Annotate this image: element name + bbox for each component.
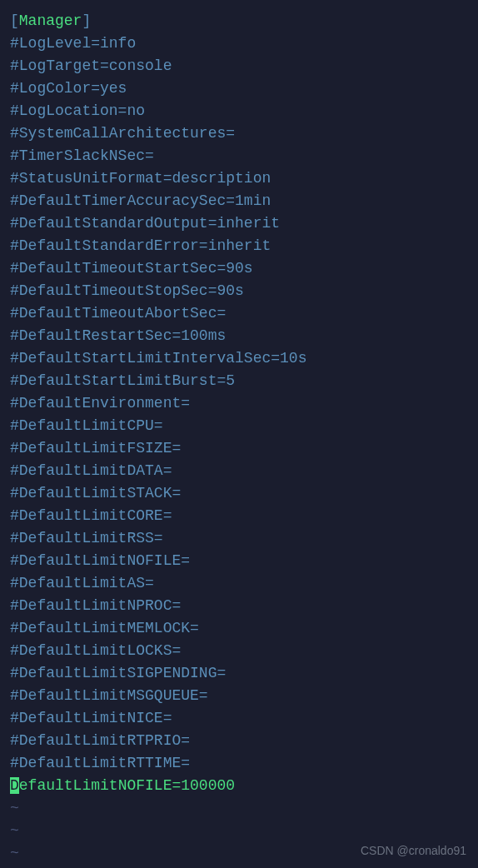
config-line: #DefaultLimitSTACK=	[10, 482, 468, 505]
config-line: #DefaultLimitRTTIME=	[10, 752, 468, 775]
config-line: #DefaultLimitCORE=	[10, 505, 468, 527]
config-line: #DefaultEnvironment=	[10, 392, 468, 415]
config-line: #DefaultLimitNPROC=	[10, 595, 468, 617]
empty-line-tilde: ~	[10, 797, 468, 820]
config-line: #DefaultLimitNOFILE=	[10, 550, 468, 572]
section-header: [Manager]	[10, 10, 468, 32]
config-line: #LogLevel=info	[10, 32, 468, 55]
config-line: #DefaultTimeoutAbortSec=	[10, 302, 468, 325]
cursor: D	[10, 777, 19, 794]
config-line: #DefaultLimitRSS=	[10, 527, 468, 550]
config-line: #DefaultLimitSIGPENDING=	[10, 662, 468, 685]
config-line: #LogLocation=no	[10, 100, 468, 122]
config-line: #DefaultStandardOutput=inherit	[10, 212, 468, 235]
config-line: #DefaultStandardError=inherit	[10, 235, 468, 257]
config-line: #DefaultLimitMSGQUEUE=	[10, 685, 468, 707]
bracket-close: ]	[82, 12, 91, 29]
config-line: #DefaultLimitLOCKS=	[10, 640, 468, 662]
config-line: #DefaultStartLimitBurst=5	[10, 370, 468, 392]
config-line: #SystemCallArchitectures=	[10, 122, 468, 145]
config-line: #DefaultLimitNICE=	[10, 707, 468, 730]
config-line: #DefaultLimitRTPRIO=	[10, 730, 468, 752]
empty-line-tilde: ~	[10, 820, 468, 842]
config-line: #DefaultTimeoutStopSec=90s	[10, 280, 468, 302]
config-line: #DefaultLimitCPU=	[10, 415, 468, 437]
bracket-open: [	[10, 12, 19, 29]
config-line: #DefaultLimitFSIZE=	[10, 437, 468, 460]
editor-content[interactable]: [Manager] #LogLevel=info#LogTarget=conso…	[10, 10, 468, 865]
config-line: #LogTarget=console	[10, 55, 468, 77]
config-line: #TimerSlackNSec=	[10, 145, 468, 167]
watermark: CSDN @cronaldo91	[361, 842, 466, 860]
config-line: #LogColor=yes	[10, 77, 468, 100]
active-config-line: DefaultLimitNOFILE=100000	[10, 775, 468, 797]
section-name: Manager	[19, 12, 82, 29]
config-line: #DefaultStartLimitIntervalSec=10s	[10, 347, 468, 370]
config-line: #DefaultRestartSec=100ms	[10, 325, 468, 347]
active-line-text: efaultLimitNOFILE=100000	[19, 777, 235, 794]
config-line: #StatusUnitFormat=description	[10, 167, 468, 190]
config-line: #DefaultTimerAccuracySec=1min	[10, 190, 468, 212]
config-line: #DefaultTimeoutStartSec=90s	[10, 257, 468, 280]
config-line: #DefaultLimitMEMLOCK=	[10, 617, 468, 640]
config-line: #DefaultLimitAS=	[10, 572, 468, 595]
config-line: #DefaultLimitDATA=	[10, 460, 468, 482]
